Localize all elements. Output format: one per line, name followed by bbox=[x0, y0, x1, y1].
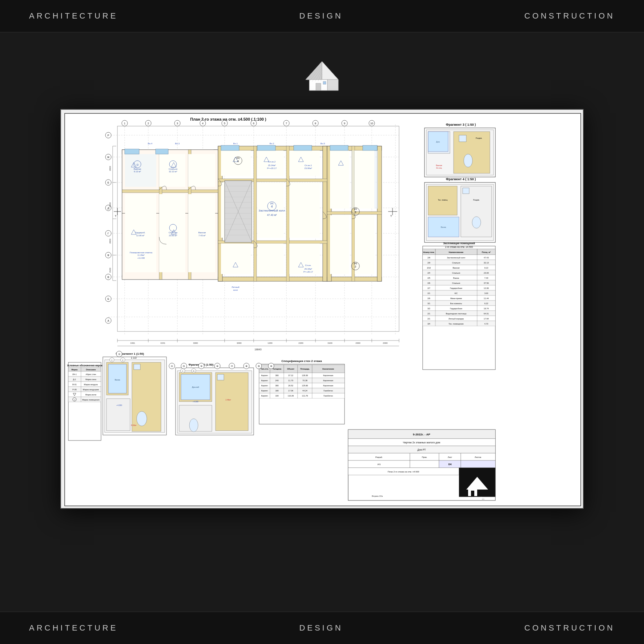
svg-text:Кирпич: Кирпич bbox=[261, 385, 268, 387]
svg-rect-499 bbox=[471, 491, 474, 496]
svg-rect-83 bbox=[218, 277, 327, 281]
svg-rect-226 bbox=[257, 145, 275, 150]
svg-text:Спальня: Спальня bbox=[452, 272, 460, 274]
svg-rect-223 bbox=[125, 149, 139, 154]
svg-text:3000: 3000 bbox=[237, 342, 242, 344]
svg-text:Т: Т bbox=[115, 215, 117, 217]
svg-text:240: 240 bbox=[275, 379, 278, 382]
svg-point-247 bbox=[472, 217, 481, 228]
svg-text:4: 4 bbox=[237, 160, 239, 163]
svg-text:4: 4 bbox=[271, 205, 273, 208]
footer-bar: ARCHITECTURE DESIGN CONSTRUCTION bbox=[0, 612, 644, 644]
svg-text:1 1/2: 1 1/2 bbox=[131, 357, 137, 359]
svg-text:Ванная: Ванная bbox=[134, 168, 141, 170]
svg-text:Марка: Марка bbox=[72, 369, 78, 371]
svg-text:Газобетон: Газобетон bbox=[323, 395, 333, 397]
svg-text:23.00м²: 23.00м² bbox=[304, 167, 312, 169]
svg-text:Личный: Личный bbox=[232, 286, 239, 288]
svg-text:[84]: [84] bbox=[354, 262, 357, 265]
svg-rect-107 bbox=[289, 150, 320, 176]
svg-text:2: 2 bbox=[148, 122, 149, 125]
svg-text:Номер пом.: Номер пом. bbox=[423, 251, 435, 253]
svg-text:А: А bbox=[108, 319, 109, 322]
header-center: DESIGN bbox=[299, 11, 343, 21]
svg-text:128.36: 128.36 bbox=[302, 374, 308, 377]
svg-text:Без комнаты: Без комнаты bbox=[450, 302, 462, 305]
svg-text:Ж: Ж bbox=[107, 156, 110, 158]
svg-text:Раздев.: Раздев. bbox=[476, 137, 482, 139]
svg-text:Т: Т bbox=[390, 215, 392, 217]
svg-text:Е: Е bbox=[108, 181, 109, 184]
svg-text:Вн.3: Вн.3 bbox=[175, 142, 180, 145]
svg-text:[84]: [84] bbox=[237, 157, 240, 159]
svg-text:4: 4 bbox=[202, 122, 204, 125]
svg-rect-119 bbox=[355, 215, 374, 274]
svg-text:⊙: ⊙ bbox=[136, 163, 139, 166]
svg-text:[84]: [84] bbox=[270, 202, 274, 205]
svg-text:4241: 4241 bbox=[160, 342, 165, 344]
svg-text:8: 8 bbox=[315, 122, 316, 125]
svg-text:5: 5 bbox=[224, 122, 225, 125]
svg-text:Марка воздуха: Марка воздуха bbox=[84, 383, 98, 386]
svg-text:25.34м²: 25.34м² bbox=[268, 164, 275, 166]
svg-text:Марка помещения: Марка помещения bbox=[82, 399, 99, 401]
svg-text:64.01: 64.01 bbox=[484, 313, 489, 315]
svg-text:Личный коридор: Личный коридор bbox=[448, 318, 464, 320]
svg-point-400 bbox=[189, 419, 198, 432]
svg-text:2000: 2000 bbox=[109, 202, 111, 207]
svg-text:Марка окна: Марка окна bbox=[85, 378, 96, 381]
svg-text:380: 380 bbox=[275, 385, 278, 387]
svg-text:Р-05: Р-05 bbox=[72, 389, 77, 391]
svg-text:Назначение: Назначение bbox=[322, 368, 334, 370]
svg-text:⑤: ⑤ bbox=[200, 365, 202, 367]
svg-text:2/10: 2/10 bbox=[427, 267, 431, 269]
svg-text:7: 7 bbox=[286, 122, 287, 125]
svg-text:Марка воздухрев: Марка воздухрев bbox=[83, 389, 99, 391]
svg-text:Вн.2: Вн.2 bbox=[270, 142, 274, 145]
svg-text:Спальня: Спальня bbox=[169, 168, 177, 170]
svg-text:Застекленный холл: Застекленный холл bbox=[447, 257, 465, 259]
svg-text:⑥: ⑥ bbox=[216, 365, 218, 367]
svg-rect-118 bbox=[330, 215, 349, 274]
svg-text:Ванная: Ванная bbox=[436, 164, 442, 166]
svg-text:Чертеж 2х этажных жилого дом: Чертеж 2х этажных жилого дом bbox=[403, 441, 440, 444]
svg-text:G: G bbox=[183, 365, 185, 367]
svg-text:Вн.5: Вн.5 bbox=[321, 142, 325, 145]
svg-text:19.74: 19.74 bbox=[484, 307, 489, 310]
svg-rect-236 bbox=[459, 135, 466, 142]
svg-text:Душ.каб: Душ.каб bbox=[192, 386, 199, 388]
svg-text:70.38: 70.38 bbox=[302, 379, 307, 382]
svg-text:04: 04 bbox=[448, 463, 452, 466]
svg-text:9-2022г. - АР: 9-2022г. - АР bbox=[413, 433, 431, 436]
svg-rect-401 bbox=[217, 374, 224, 380]
svg-text:2/1: 2/1 bbox=[427, 313, 430, 315]
svg-text:Форма 22а: Форма 22а bbox=[372, 495, 383, 497]
svg-text:7.43 м²: 7.43 м² bbox=[198, 234, 205, 237]
svg-text:В-01: В-01 bbox=[72, 383, 77, 386]
svg-text:Ф: Ф bbox=[107, 254, 109, 257]
blueprint-container: План 2-го этажа на отм. ±4.500 ( 1:100 ) bbox=[60, 109, 584, 509]
svg-text:12.06: 12.06 bbox=[484, 287, 489, 289]
svg-text:К/С: К/С bbox=[455, 292, 458, 294]
svg-text:2/6: 2/6 bbox=[427, 297, 430, 299]
blueprint-inner: План 2-го этажа на отм. ±4.500 ( 1:100 ) bbox=[61, 110, 583, 508]
svg-text:6л.соц: 6л.соц bbox=[436, 167, 442, 169]
svg-text:3100: 3100 bbox=[327, 342, 333, 344]
svg-text:1200: 1200 bbox=[267, 342, 273, 344]
svg-text:Тех. помещение: Тех. помещение bbox=[448, 323, 463, 325]
svg-text:2/8: 2/8 bbox=[427, 257, 430, 259]
svg-text:25.34м²: 25.34м² bbox=[304, 268, 312, 270]
svg-text:G: G bbox=[193, 370, 194, 372]
svg-text:2000: 2000 bbox=[109, 238, 111, 243]
svg-text:Спальня: Спальня bbox=[169, 232, 177, 234]
svg-text:3/2: 3/2 bbox=[427, 307, 430, 310]
svg-text:+4.380: +4.380 bbox=[193, 401, 198, 403]
svg-text:2000: 2000 bbox=[109, 166, 111, 171]
header-right: CONSTRUCTION bbox=[524, 11, 615, 21]
svg-point-235 bbox=[464, 154, 472, 167]
svg-text:Застекленный холл: Застекленный холл bbox=[259, 209, 285, 212]
svg-text:Р: Р bbox=[108, 134, 109, 137]
svg-text:6.22: 6.22 bbox=[484, 302, 488, 305]
svg-text:18843: 18843 bbox=[254, 348, 262, 351]
svg-text:3: 3 bbox=[355, 210, 357, 214]
